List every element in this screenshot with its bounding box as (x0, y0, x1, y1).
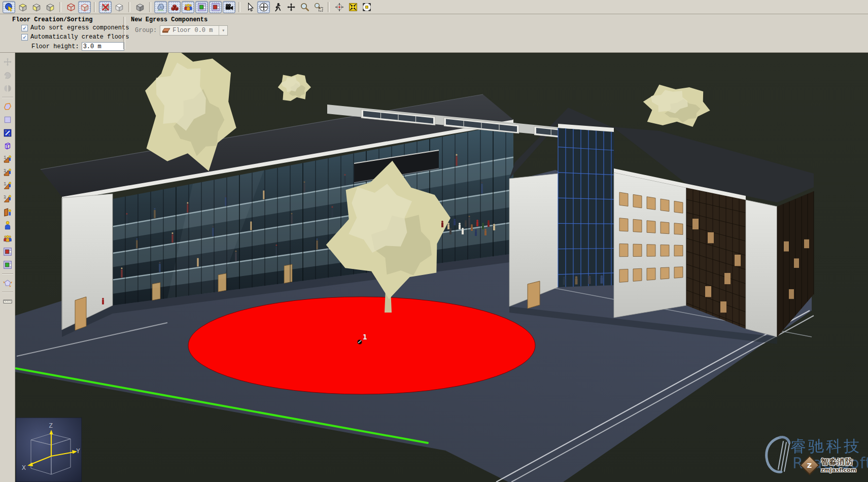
wireframe-view[interactable] (64, 1, 77, 13)
toolbar-separator (2, 292, 13, 293)
open-box-icon (3, 142, 12, 151)
toolbar-separator (94, 2, 96, 12)
show-imported-geometry[interactable] (154, 1, 167, 13)
rotate-tool[interactable] (2, 69, 14, 81)
edit-polygon-icon (3, 279, 12, 288)
magnifier-icon (300, 3, 309, 12)
zoom-box-tool[interactable] (312, 1, 325, 13)
paint-face-top[interactable] (16, 1, 29, 13)
running-man-icon (273, 3, 282, 12)
mirror-tool[interactable] (2, 82, 14, 94)
move-tool[interactable] (2, 56, 14, 68)
polygon-room-tool[interactable] (2, 100, 14, 113)
cube-red-x-icon (101, 3, 110, 12)
select-tool[interactable] (244, 1, 256, 13)
new-egress-components-panel: New Egress Components Group: Floor 0.0 m… (128, 14, 280, 53)
cull-faces[interactable] (99, 1, 112, 13)
closed-room-tool[interactable] (2, 246, 14, 258)
obstruction-tool[interactable] (2, 140, 14, 152)
walk-tool[interactable] (271, 1, 284, 13)
toolbar-separator (238, 2, 240, 12)
stairs-two-point-tool[interactable]: 2 (2, 166, 14, 179)
floor-height-input[interactable] (82, 42, 124, 51)
auto-sort-checkbox[interactable]: ✓ (21, 25, 28, 31)
red-egress-region[interactable] (188, 297, 535, 394)
main-toolbar (0, 0, 868, 14)
floor-creation-title: Floor Creation/Sorting (12, 16, 92, 23)
polygon-room-icon (3, 102, 12, 111)
toolbar-separator (59, 2, 61, 12)
auto-create-floors-checkbox-row[interactable]: ✓ Automatically create floors (21, 33, 129, 41)
auto-sort-label: Auto sort egress components (30, 24, 129, 31)
floor-height-label: Floor height: (31, 43, 79, 50)
room-red-icon (211, 3, 220, 12)
pointer-icon (246, 3, 255, 12)
show-obstructions[interactable] (168, 1, 181, 13)
floor-icon (162, 27, 170, 33)
rotate-gray-icon (3, 71, 12, 80)
zoom-to-selection[interactable] (360, 1, 373, 13)
show-closed-rooms[interactable] (209, 1, 222, 13)
paint-face-side[interactable] (44, 1, 56, 13)
room-green-icon (197, 3, 206, 12)
solid-wireframe-view[interactable] (78, 1, 91, 13)
red-blocks-icon (170, 3, 179, 12)
zoom-to-fit[interactable] (346, 1, 359, 13)
orbit-tool[interactable] (257, 1, 270, 13)
stairs-one-point-tool[interactable]: 1 (2, 153, 14, 165)
egress-group-select[interactable]: Floor 0.0 m ▾ (160, 25, 228, 36)
zoom-tool[interactable] (298, 1, 311, 13)
ramp-two-point-tool[interactable]: 2 (2, 193, 14, 205)
room-red-icon (3, 247, 12, 256)
dropdown-arrow-icon: ▾ (219, 26, 227, 35)
group-tool[interactable] (2, 232, 14, 245)
show-occupants[interactable] (182, 1, 194, 13)
stairs-2-icon: 2 (3, 168, 12, 177)
edit-vertices-tool[interactable] (2, 277, 14, 289)
zoom-selection-icon (362, 3, 371, 12)
svg-text:2: 2 (4, 168, 6, 173)
panel-separator (123, 17, 125, 49)
ramp-1-icon: 1 (3, 181, 12, 190)
paint-face-front[interactable] (30, 1, 43, 13)
orientation-axes-widget[interactable]: Z Y X (16, 418, 82, 482)
cube-white-icon (115, 3, 124, 12)
wall-icon (3, 128, 12, 137)
wall-tool[interactable] (2, 127, 14, 139)
center-view-tool[interactable] (333, 1, 345, 13)
smooth-shading[interactable] (113, 1, 125, 13)
magnifier-box-icon (314, 3, 323, 12)
cube-face-front-icon (32, 3, 41, 12)
rectangle-room-tool[interactable] (2, 114, 14, 126)
3d-viewport[interactable]: 1 Z (15, 53, 868, 482)
auto-create-floors-label: Automatically create floors (30, 33, 129, 41)
select-objects-mode[interactable] (3, 1, 15, 13)
room-green-icon (3, 260, 12, 269)
occupant-tool[interactable] (2, 219, 14, 231)
door-person-icon (3, 208, 12, 217)
pan-tool[interactable] (285, 1, 297, 13)
toolbar-separator (2, 273, 13, 274)
four-way-arrow-icon (287, 3, 296, 12)
orbit-icon (259, 3, 268, 12)
select-object-icon (5, 3, 14, 12)
ramp-one-point-tool[interactable]: 1 (2, 180, 14, 192)
open-room-tool[interactable] (2, 259, 14, 271)
solid-wireframe-cube-icon (80, 3, 89, 12)
show-open-rooms[interactable] (195, 1, 208, 13)
rectangle-room-icon (3, 115, 12, 124)
auto-sort-checkbox-row[interactable]: ✓ Auto sort egress components (21, 24, 129, 31)
people-group-icon (184, 3, 193, 12)
person-icon (3, 221, 12, 230)
crosshair-icon (335, 3, 344, 12)
auto-create-floors-checkbox[interactable]: ✓ (21, 34, 28, 41)
drawing-tools-sidebar: 1212 (0, 53, 15, 482)
svg-text:2: 2 (4, 195, 6, 199)
options-panel-bar: Floor Creation/Sorting ✓ Auto sort egres… (0, 14, 868, 53)
flat-shading[interactable] (133, 1, 146, 13)
ruler-icon (3, 297, 12, 306)
measure-tool[interactable] (2, 295, 14, 307)
show-cameras[interactable] (223, 1, 235, 13)
exit-door-tool[interactable] (2, 206, 14, 218)
cube-gray-icon (135, 3, 145, 12)
